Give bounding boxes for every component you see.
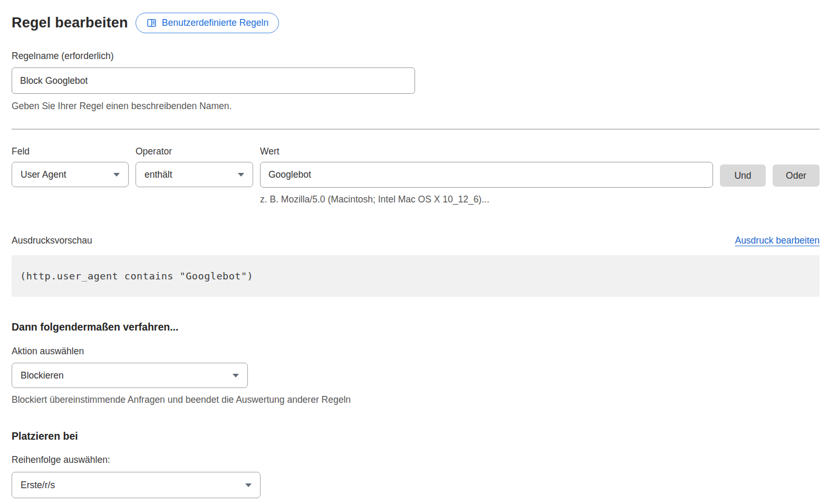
expression-code: (http.user_agent contains "Googlebot") xyxy=(20,270,253,282)
value-helper: z. B. Mozilla/5.0 (Macintosh; Intel Mac … xyxy=(260,193,713,205)
expression-preview-box: (http.user_agent contains "Googlebot") xyxy=(12,255,820,297)
order-label: Reihenfolge auswählen: xyxy=(12,454,820,466)
rule-name-helper: Geben Sie Ihrer Regel einen beschreibend… xyxy=(12,100,820,112)
rule-name-input[interactable] xyxy=(12,67,415,94)
edit-rule-page: Regel bearbeiten Benutzerdefinierte Rege… xyxy=(0,0,828,498)
chevron-down-icon xyxy=(233,374,239,377)
value-input[interactable] xyxy=(260,162,713,188)
book-icon xyxy=(146,17,157,28)
rule-name-label: Regelname (erforderlich) xyxy=(12,51,114,61)
placement-heading: Platzieren bei xyxy=(12,430,820,442)
section-divider xyxy=(12,129,820,130)
or-button[interactable]: Oder xyxy=(773,164,820,187)
operator-select[interactable]: enthält xyxy=(136,162,253,187)
expression-header: Ausdrucksvorschau Ausdruck bearbeiten xyxy=(12,235,820,246)
edit-expression-link[interactable]: Ausdruck bearbeiten xyxy=(735,235,820,246)
field-select[interactable]: User Agent xyxy=(12,162,129,187)
expression-preview-label: Ausdrucksvorschau xyxy=(12,235,92,246)
chevron-down-icon xyxy=(245,483,252,487)
action-select-value: Blockieren xyxy=(21,370,64,381)
and-button[interactable]: Und xyxy=(720,164,766,187)
action-section: Dann folgendermaßen verfahren... Aktion … xyxy=(12,321,820,405)
operator-select-value: enthält xyxy=(145,169,172,180)
action-select[interactable]: Blockieren xyxy=(12,363,248,388)
chevron-down-icon xyxy=(238,173,244,177)
value-label: Wert xyxy=(260,146,713,157)
operator-label: Operator xyxy=(136,146,253,157)
action-label: Aktion auswählen xyxy=(12,345,820,357)
custom-rules-badge-label: Benutzerdefinierte Regeln xyxy=(162,17,268,28)
placement-section: Platzieren bei Reihenfolge auswählen: Er… xyxy=(12,430,820,498)
chevron-down-icon xyxy=(113,173,120,177)
order-select-value: Erste/r/s xyxy=(21,480,55,491)
custom-rules-badge-button[interactable]: Benutzerdefinierte Regeln xyxy=(136,13,279,33)
order-select[interactable]: Erste/r/s xyxy=(12,472,261,498)
page-header: Regel bearbeiten Benutzerdefinierte Rege… xyxy=(12,13,820,33)
rule-name-section: Regelname (erforderlich) Geben Sie Ihrer… xyxy=(12,50,820,112)
page-title: Regel bearbeiten xyxy=(12,15,128,31)
field-label: Feld xyxy=(12,146,129,157)
condition-builder: Feld Operator Wert User Agent enthält Un… xyxy=(12,146,820,205)
action-helper: Blockiert übereinstimmende Anfragen und … xyxy=(12,394,820,405)
action-heading: Dann folgendermaßen verfahren... xyxy=(12,321,820,333)
field-select-value: User Agent xyxy=(21,169,66,180)
